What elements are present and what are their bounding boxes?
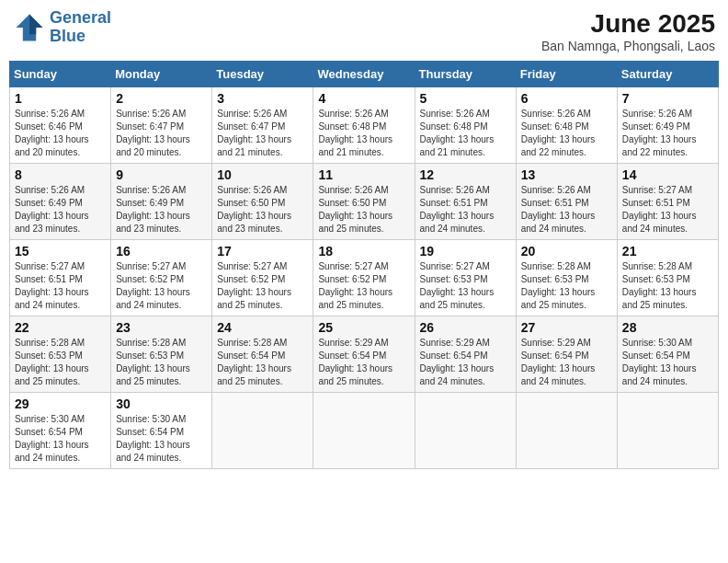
calendar-cell: 22Sunrise: 5:28 AMSunset: 6:53 PMDayligh… — [10, 316, 111, 393]
logo-general: General — [50, 8, 111, 27]
title-area: June 2025 Ban Namnga, Phongsali, Laos — [541, 9, 715, 53]
day-number: 27 — [521, 320, 612, 335]
calendar-cell — [415, 393, 516, 469]
svg-marker-1 — [29, 14, 42, 34]
day-number: 26 — [420, 320, 511, 335]
calendar-cell: 30Sunrise: 5:30 AMSunset: 6:54 PMDayligh… — [111, 393, 212, 469]
day-number: 10 — [217, 167, 308, 182]
logo-blue: Blue — [50, 27, 85, 45]
calendar-cell: 18Sunrise: 5:27 AMSunset: 6:52 PMDayligh… — [313, 240, 415, 316]
day-info: Sunrise: 5:30 AMSunset: 6:54 PMDaylight:… — [622, 337, 713, 388]
calendar-cell: 24Sunrise: 5:28 AMSunset: 6:54 PMDayligh… — [212, 316, 313, 393]
day-number: 7 — [622, 91, 713, 106]
calendar-cell: 15Sunrise: 5:27 AMSunset: 6:51 PMDayligh… — [10, 240, 111, 316]
page-header: General Blue June 2025 Ban Namnga, Phong… — [9, 9, 719, 53]
calendar-cell: 25Sunrise: 5:29 AMSunset: 6:54 PMDayligh… — [313, 316, 415, 393]
weekday-header-sunday: Sunday — [10, 62, 111, 87]
day-number: 29 — [15, 396, 106, 411]
day-info: Sunrise: 5:26 AMSunset: 6:47 PMDaylight:… — [116, 108, 207, 159]
day-number: 24 — [217, 320, 308, 335]
day-number: 13 — [521, 167, 612, 182]
day-number: 12 — [420, 167, 511, 182]
day-info: Sunrise: 5:28 AMSunset: 6:53 PMDaylight:… — [521, 260, 612, 312]
calendar-cell: 8Sunrise: 5:26 AMSunset: 6:49 PMDaylight… — [10, 164, 111, 240]
day-number: 8 — [15, 167, 106, 182]
day-info: Sunrise: 5:27 AMSunset: 6:51 PMDaylight:… — [15, 260, 106, 312]
day-number: 2 — [116, 91, 207, 106]
day-number: 3 — [217, 91, 308, 106]
calendar-cell: 26Sunrise: 5:29 AMSunset: 6:54 PMDayligh… — [415, 316, 516, 393]
calendar-cell: 10Sunrise: 5:26 AMSunset: 6:50 PMDayligh… — [212, 164, 313, 240]
calendar-week-row: 1Sunrise: 5:26 AMSunset: 6:46 PMDaylight… — [10, 87, 719, 164]
calendar-cell: 11Sunrise: 5:26 AMSunset: 6:50 PMDayligh… — [313, 164, 415, 240]
weekday-header-tuesday: Tuesday — [212, 62, 313, 87]
calendar-cell: 23Sunrise: 5:28 AMSunset: 6:53 PMDayligh… — [111, 316, 212, 393]
calendar-cell — [516, 393, 617, 469]
month-title: June 2025 — [541, 9, 715, 39]
day-number: 19 — [420, 244, 511, 259]
day-number: 14 — [622, 167, 713, 182]
calendar-cell: 27Sunrise: 5:29 AMSunset: 6:54 PMDayligh… — [516, 316, 617, 393]
calendar-cell: 19Sunrise: 5:27 AMSunset: 6:53 PMDayligh… — [415, 240, 516, 316]
calendar-cell: 1Sunrise: 5:26 AMSunset: 6:46 PMDaylight… — [10, 87, 111, 164]
calendar-cell: 28Sunrise: 5:30 AMSunset: 6:54 PMDayligh… — [617, 316, 718, 393]
day-info: Sunrise: 5:28 AMSunset: 6:53 PMDaylight:… — [622, 260, 713, 312]
day-number: 5 — [420, 91, 511, 106]
day-info: Sunrise: 5:26 AMSunset: 6:49 PMDaylight:… — [116, 184, 207, 236]
day-info: Sunrise: 5:26 AMSunset: 6:51 PMDaylight:… — [521, 184, 612, 236]
day-number: 6 — [521, 91, 612, 106]
day-number: 17 — [217, 244, 308, 259]
day-number: 4 — [318, 91, 409, 106]
day-number: 22 — [15, 320, 106, 335]
day-number: 9 — [116, 167, 207, 182]
logo: General Blue — [13, 9, 111, 46]
calendar-cell: 14Sunrise: 5:27 AMSunset: 6:51 PMDayligh… — [617, 164, 718, 240]
logo-text: General Blue — [50, 9, 111, 46]
weekday-header-monday: Monday — [111, 62, 212, 87]
calendar-cell: 13Sunrise: 5:26 AMSunset: 6:51 PMDayligh… — [516, 164, 617, 240]
day-number: 28 — [622, 320, 713, 335]
day-info: Sunrise: 5:27 AMSunset: 6:52 PMDaylight:… — [217, 260, 308, 312]
day-number: 23 — [116, 320, 207, 335]
calendar-cell: 6Sunrise: 5:26 AMSunset: 6:48 PMDaylight… — [516, 87, 617, 164]
calendar-cell: 9Sunrise: 5:26 AMSunset: 6:49 PMDaylight… — [111, 164, 212, 240]
day-number: 11 — [318, 167, 409, 182]
day-info: Sunrise: 5:29 AMSunset: 6:54 PMDaylight:… — [420, 337, 511, 388]
calendar-cell — [313, 393, 415, 469]
day-number: 25 — [318, 320, 409, 335]
day-info: Sunrise: 5:27 AMSunset: 6:52 PMDaylight:… — [318, 260, 409, 312]
calendar-cell: 3Sunrise: 5:26 AMSunset: 6:47 PMDaylight… — [212, 87, 313, 164]
day-info: Sunrise: 5:26 AMSunset: 6:46 PMDaylight:… — [15, 108, 106, 159]
day-number: 1 — [15, 91, 106, 106]
day-number: 21 — [622, 244, 713, 259]
calendar-week-row: 22Sunrise: 5:28 AMSunset: 6:53 PMDayligh… — [10, 316, 719, 393]
calendar-cell — [212, 393, 313, 469]
calendar-week-row: 8Sunrise: 5:26 AMSunset: 6:49 PMDaylight… — [10, 164, 719, 240]
day-info: Sunrise: 5:28 AMSunset: 6:53 PMDaylight:… — [116, 337, 207, 388]
day-info: Sunrise: 5:26 AMSunset: 6:48 PMDaylight:… — [318, 108, 409, 159]
day-info: Sunrise: 5:26 AMSunset: 6:48 PMDaylight:… — [420, 108, 511, 159]
calendar-cell: 7Sunrise: 5:26 AMSunset: 6:49 PMDaylight… — [617, 87, 718, 164]
day-info: Sunrise: 5:28 AMSunset: 6:53 PMDaylight:… — [15, 337, 106, 388]
calendar-week-row: 29Sunrise: 5:30 AMSunset: 6:54 PMDayligh… — [10, 393, 719, 469]
day-number: 18 — [318, 244, 409, 259]
weekday-header-wednesday: Wednesday — [313, 62, 415, 87]
day-info: Sunrise: 5:26 AMSunset: 6:49 PMDaylight:… — [15, 184, 106, 236]
calendar-cell: 12Sunrise: 5:26 AMSunset: 6:51 PMDayligh… — [415, 164, 516, 240]
calendar-table: SundayMondayTuesdayWednesdayThursdayFrid… — [9, 61, 719, 469]
day-info: Sunrise: 5:26 AMSunset: 6:50 PMDaylight:… — [217, 184, 308, 236]
day-info: Sunrise: 5:26 AMSunset: 6:47 PMDaylight:… — [217, 108, 308, 159]
day-info: Sunrise: 5:27 AMSunset: 6:51 PMDaylight:… — [622, 184, 713, 236]
day-info: Sunrise: 5:26 AMSunset: 6:50 PMDaylight:… — [318, 184, 409, 236]
weekday-header-saturday: Saturday — [617, 62, 718, 87]
calendar-cell: 17Sunrise: 5:27 AMSunset: 6:52 PMDayligh… — [212, 240, 313, 316]
logo-icon — [13, 11, 46, 44]
day-info: Sunrise: 5:29 AMSunset: 6:54 PMDaylight:… — [521, 337, 612, 388]
weekday-header-thursday: Thursday — [415, 62, 516, 87]
location-title: Ban Namnga, Phongsali, Laos — [541, 39, 715, 53]
day-number: 16 — [116, 244, 207, 259]
calendar-cell: 5Sunrise: 5:26 AMSunset: 6:48 PMDaylight… — [415, 87, 516, 164]
day-number: 20 — [521, 244, 612, 259]
day-number: 15 — [15, 244, 106, 259]
day-number: 30 — [116, 396, 207, 411]
